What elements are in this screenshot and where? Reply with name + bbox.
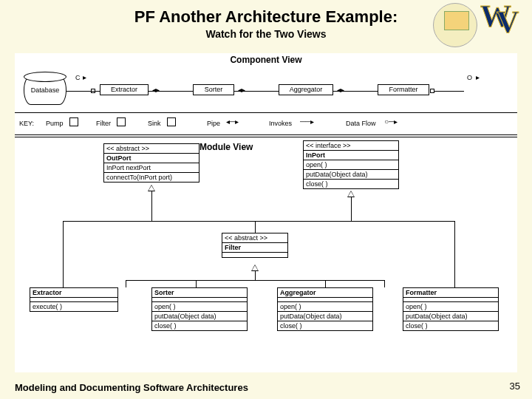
formatter-name: Formatter xyxy=(403,288,498,298)
aggregator-node: Aggregator xyxy=(279,84,333,95)
outport-name: OutPort xyxy=(104,154,199,163)
invokes-icon: ──▸ xyxy=(300,117,314,126)
sink-icon xyxy=(167,117,176,126)
inport-m2: putData(Object data) xyxy=(304,170,398,180)
formatter-m3: close( ) xyxy=(403,321,498,330)
key-pump: Pump xyxy=(46,120,64,127)
aggregator-m1: open( ) xyxy=(278,302,372,312)
key-pipe: Pipe xyxy=(207,120,220,127)
extractor-class: Extractor execute( ) xyxy=(30,287,118,312)
inport-m3: close( ) xyxy=(304,180,398,188)
aggregator-name: Aggregator xyxy=(278,288,372,298)
inherit-icon xyxy=(347,191,355,197)
formatter-node: Formatter xyxy=(378,84,429,95)
inherit-icon xyxy=(148,185,155,191)
module-view-label: Module View xyxy=(200,142,253,152)
wvu-logo: WV xyxy=(480,3,529,35)
sorter-m2: putData(Object data) xyxy=(152,312,247,321)
filter-class: << abstract >> Filter xyxy=(222,233,288,258)
arrow-icon: ◂▸ xyxy=(337,86,344,94)
aggregator-m3: close( ) xyxy=(278,321,372,330)
inherit-icon xyxy=(251,265,259,271)
arrow-icon: ◂▸ xyxy=(238,86,245,94)
database-icon: Database xyxy=(24,75,66,105)
outport-m2: connectTo(InPort port) xyxy=(104,173,199,182)
key-sink: Sink xyxy=(148,120,161,127)
outport-stereo: << abstract >> xyxy=(104,144,199,154)
o-marker: O xyxy=(467,74,472,81)
inport-m1: open( ) xyxy=(304,160,398,170)
filter-icon xyxy=(117,117,126,126)
inport-stereo: << interface >> xyxy=(304,141,398,151)
key-invokes: Invokes xyxy=(269,120,292,127)
sorter-class: Sorter open( ) putData(Object data) clos… xyxy=(151,287,248,331)
extractor-node: Extractor xyxy=(100,84,149,95)
key-label: KEY: xyxy=(19,120,34,127)
sorter-name: Sorter xyxy=(152,288,247,298)
footer-text: Modeling and Documenting Software Archit… xyxy=(15,382,248,393)
arrow-icon: ◂▸ xyxy=(152,86,160,94)
diagram-area: Component View Database C ▸ Extractor ◂▸… xyxy=(15,53,517,372)
cairo-univ-logo xyxy=(433,3,477,47)
aggregator-m2: putData(Object data) xyxy=(278,312,372,321)
outport-m1: InPort nextPort xyxy=(104,163,199,173)
sorter-m1: open( ) xyxy=(152,302,247,312)
formatter-m2: putData(Object data) xyxy=(403,312,498,321)
outport-class: << abstract >> OutPort InPort nextPort c… xyxy=(103,143,200,183)
database-label: Database xyxy=(31,86,60,94)
sorter-node: Sorter xyxy=(193,84,234,95)
inport-class: << interface >> InPort open( ) putData(O… xyxy=(303,140,399,189)
c-marker: C xyxy=(75,74,81,81)
key-dataflow: Data Flow xyxy=(346,120,376,127)
dataflow-icon: ○─▸ xyxy=(384,117,398,126)
extractor-m1: execute( ) xyxy=(30,302,117,311)
pipe-icon: ◂─▸ xyxy=(226,117,239,126)
inport-name: InPort xyxy=(304,151,398,160)
filter-name: Filter xyxy=(222,243,287,253)
sorter-m3: close( ) xyxy=(152,321,247,330)
arrow-icon: ▸ xyxy=(83,73,86,81)
key-filter: Filter xyxy=(96,120,111,127)
formatter-m1: open( ) xyxy=(403,302,498,312)
arrow-icon: ▸ xyxy=(476,73,480,81)
component-view-label: Component View xyxy=(15,55,517,65)
filter-stereo: << abstract >> xyxy=(222,233,287,243)
page-number: 35 xyxy=(510,381,520,392)
formatter-class: Formatter open( ) putData(Object data) c… xyxy=(403,287,499,331)
aggregator-class: Aggregator open( ) putData(Object data) … xyxy=(277,287,373,331)
extractor-name: Extractor xyxy=(30,288,117,298)
pump-icon xyxy=(69,117,78,126)
